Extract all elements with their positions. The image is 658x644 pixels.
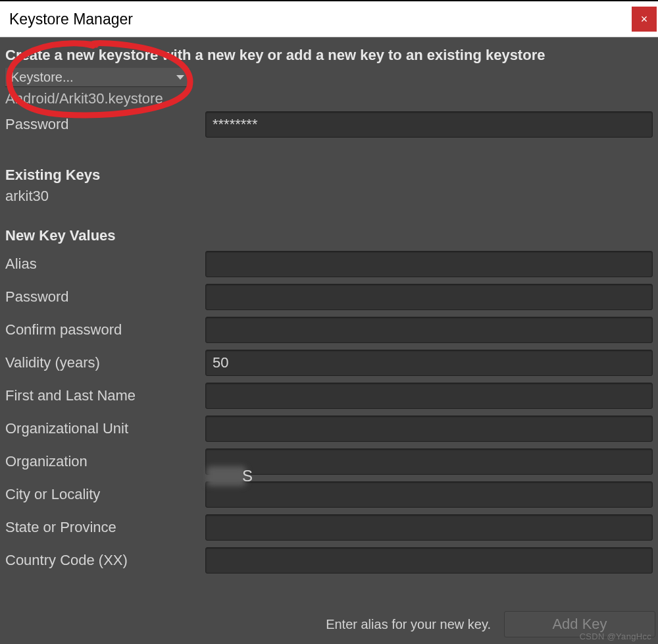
ou-label: Organizational Unit (5, 420, 205, 437)
key-password-input[interactable] (205, 284, 653, 310)
validity-label: Validity (years) (5, 354, 205, 371)
new-key-values-header: New Key Values (5, 227, 653, 244)
city-label: City or Locality (5, 486, 205, 503)
keystore-dropdown[interactable]: Keystore... (5, 68, 190, 86)
city-input[interactable] (205, 481, 653, 508)
keystore-password-input[interactable] (205, 111, 653, 138)
content-area: Create a new keystore with a new key or … (0, 38, 658, 574)
footer: Enter alias for your new key. Add Key (0, 611, 658, 637)
validity-input[interactable] (205, 350, 653, 376)
ou-input[interactable] (205, 416, 653, 442)
name-label: First and Last Name (5, 387, 205, 404)
key-password-label: Password (5, 288, 205, 306)
state-label: State or Province (5, 519, 205, 536)
instruction-text: Create a new keystore with a new key or … (5, 47, 653, 64)
alias-input[interactable] (205, 251, 653, 277)
org-input[interactable] (205, 448, 653, 475)
keystore-dropdown-label: Keystore... (11, 70, 74, 85)
confirm-password-input[interactable] (205, 317, 653, 343)
country-label: Country Code (XX) (5, 552, 205, 569)
keystore-path: Android/Arkit30.keystore (5, 90, 653, 107)
alias-label: Alias (5, 255, 205, 273)
org-label: Organization (5, 453, 205, 470)
footer-hint: Enter alias for your new key. (326, 617, 491, 632)
existing-key-item: arkit30 (5, 188, 653, 205)
chevron-down-icon (176, 75, 184, 80)
country-input[interactable] (205, 547, 653, 574)
close-icon: × (641, 13, 648, 26)
existing-keys-header: Existing Keys (5, 167, 653, 184)
close-button[interactable]: × (632, 7, 657, 32)
confirm-password-label: Confirm password (5, 321, 205, 338)
keystore-password-label: Password (5, 116, 205, 133)
name-input[interactable] (205, 383, 653, 409)
state-input[interactable] (205, 514, 653, 541)
window-title: Keystore Manager (9, 11, 133, 28)
watermark: CSDN @YangHcc (580, 631, 651, 641)
titlebar: Keystore Manager × (0, 1, 658, 38)
